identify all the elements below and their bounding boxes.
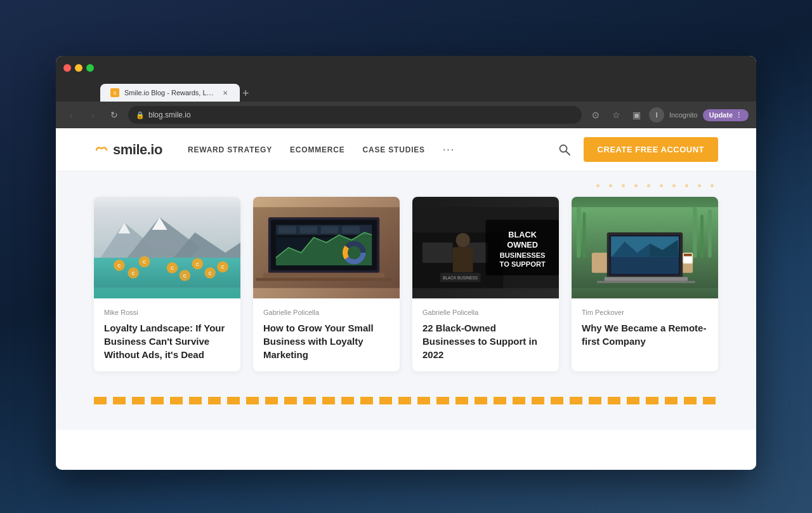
svg-text:BLACK BUSINESS: BLACK BUSINESS: [443, 276, 478, 280]
svg-text:C: C: [132, 271, 135, 276]
svg-line-1: [566, 151, 570, 155]
card-body-1: Mike Rossi Loyalty Landscape: If Your Bu…: [94, 298, 240, 371]
svg-point-43: [456, 233, 470, 247]
maximize-button[interactable]: [86, 64, 94, 72]
nav-links: REWARD STRATEGY ECOMMERCE CASE STUDIES ·…: [188, 144, 455, 156]
card-author-3: Gabrielle Policella: [422, 309, 549, 316]
nav-left: smile.io REWARD STRATEGY ECOMMERCE CASE …: [94, 142, 455, 158]
svg-rect-53: [577, 207, 580, 258]
svg-rect-55: [693, 207, 697, 258]
incognito-label: Incognito: [669, 111, 698, 119]
article-card-4[interactable]: Tim Peckover Why We Became a Remote-firs…: [572, 197, 718, 371]
svg-rect-69: [684, 254, 692, 256]
card-title-1: Loyalty Landscape: If Your Business Can'…: [104, 321, 230, 361]
svg-text:C: C: [143, 260, 146, 265]
svg-text:C: C: [183, 274, 187, 279]
analytics-illustration: [253, 197, 400, 298]
tab-title: Smile.io Blog - Rewards, Loyal: [124, 89, 216, 97]
svg-rect-44: [453, 247, 473, 272]
card-body-4: Tim Peckover Why We Became a Remote-firs…: [572, 298, 718, 358]
svg-rect-30: [299, 227, 317, 234]
forward-button[interactable]: ›: [85, 107, 100, 123]
address-bar: ‹ › ↻ 🔒 blog.smile.io ⊙ ☆ ▣ I Incognito …: [56, 102, 756, 128]
nav-right: CREATE FREE ACCOUNT: [558, 137, 718, 162]
svg-text:C: C: [196, 262, 199, 267]
svg-text:C: C: [221, 265, 225, 270]
logo-text: smile.io: [113, 142, 162, 158]
nav-ecommerce[interactable]: ECOMMERCE: [290, 145, 345, 154]
svg-rect-56: [700, 215, 704, 258]
svg-rect-65: [605, 277, 688, 281]
url-bar[interactable]: 🔒 blog.smile.io: [128, 106, 582, 124]
card-title-2: How to Grow Your Small Business with Loy…: [263, 321, 390, 361]
nav-reward-strategy[interactable]: REWARD STRATEGY: [188, 145, 272, 154]
articles-grid: C C C C C C C: [94, 197, 718, 371]
card-image-4: [572, 197, 718, 298]
tab-favicon: S: [110, 88, 119, 97]
svg-text:C: C: [117, 263, 121, 269]
blog-section: C C C C C C C: [56, 171, 756, 430]
card-author-4: Tim Peckover: [582, 309, 708, 316]
update-button[interactable]: Update ⋮: [703, 109, 749, 121]
svg-text:C: C: [171, 266, 174, 271]
browser-tab[interactable]: S Smile.io Blog - Rewards, Loyal ✕: [100, 84, 240, 102]
svg-text:OWNED: OWNED: [507, 240, 538, 250]
loyalty-illustration: C C C C C C C: [94, 197, 240, 298]
card-image-2: [253, 197, 400, 298]
svg-rect-54: [583, 212, 586, 258]
back-button[interactable]: ‹: [63, 107, 79, 123]
lock-icon: 🔒: [136, 111, 145, 119]
svg-text:TO SUPPORT: TO SUPPORT: [500, 260, 546, 268]
traffic-lights: [63, 64, 94, 72]
new-tab-button[interactable]: +: [242, 88, 249, 99]
card-image-3: BLACK OWNED BUSINESSES TO SUPPORT BLACK …: [412, 197, 559, 298]
search-button[interactable]: [558, 143, 571, 156]
reload-button[interactable]: ↻: [107, 107, 122, 123]
page-content: smile.io REWARD STRATEGY ECOMMERCE CASE …: [56, 128, 756, 470]
svg-rect-41: [422, 243, 453, 263]
svg-rect-37: [263, 273, 384, 278]
camera-icon[interactable]: ⊙: [588, 107, 603, 123]
site-logo[interactable]: smile.io: [94, 142, 162, 158]
search-icon: [558, 143, 571, 156]
close-button[interactable]: [63, 64, 71, 72]
svg-rect-31: [321, 227, 339, 234]
svg-text:BUSINESSES: BUSINESSES: [500, 251, 546, 259]
svg-text:C: C: [209, 271, 212, 276]
svg-rect-29: [278, 227, 296, 234]
card-body-2: Gabrielle Policella How to Grow Your Sma…: [253, 298, 400, 371]
extensions-icon[interactable]: ▣: [629, 107, 644, 123]
nav-case-studies[interactable]: CASE STUDIES: [363, 145, 425, 154]
site-nav: smile.io REWARD STRATEGY ECOMMERCE CASE …: [56, 128, 756, 171]
card-body-3: Gabrielle Policella 22 Black-Owned Busin…: [412, 298, 559, 371]
browser-window: S Smile.io Blog - Rewards, Loyal ✕ + ‹ ›…: [56, 56, 756, 470]
toolbar-right: ⊙ ☆ ▣ I Incognito Update ⋮: [588, 107, 749, 123]
profile-avatar[interactable]: I: [649, 107, 664, 123]
bottom-strip: [94, 397, 718, 404]
article-card-3[interactable]: BLACK OWNED BUSINESSES TO SUPPORT BLACK …: [412, 197, 559, 371]
card-image-1: C C C C C C C: [94, 197, 240, 298]
update-menu-icon: ⋮: [735, 111, 742, 119]
svg-rect-66: [597, 281, 695, 283]
tab-close-button[interactable]: ✕: [221, 88, 230, 97]
avatar-initials: I: [656, 112, 658, 119]
tab-bar: S Smile.io Blog - Rewards, Loyal ✕ +: [56, 80, 756, 102]
black-owned-illustration: BLACK OWNED BUSINESSES TO SUPPORT BLACK …: [412, 197, 559, 298]
article-card-1[interactable]: C C C C C C C: [94, 197, 240, 371]
update-label: Update: [709, 111, 733, 119]
svg-rect-38: [256, 278, 392, 281]
smile-logo-icon: [94, 142, 109, 157]
nav-more-button[interactable]: ···: [443, 144, 455, 156]
minimize-button[interactable]: [75, 64, 82, 72]
svg-rect-57: [708, 210, 712, 258]
svg-rect-32: [342, 227, 360, 234]
url-text: blog.smile.io: [148, 110, 191, 119]
card-author-2: Gabrielle Policella: [263, 309, 390, 316]
article-card-2[interactable]: Gabrielle Policella How to Grow Your Sma…: [253, 197, 400, 371]
create-account-button[interactable]: CREATE FREE ACCOUNT: [584, 137, 718, 162]
card-author-1: Mike Rossi: [104, 309, 230, 316]
card-title-4: Why We Became a Remote-first Company: [582, 321, 708, 348]
titlebar: [56, 56, 756, 80]
svg-text:BLACK: BLACK: [508, 230, 537, 239]
bookmark-icon[interactable]: ☆: [608, 107, 624, 123]
